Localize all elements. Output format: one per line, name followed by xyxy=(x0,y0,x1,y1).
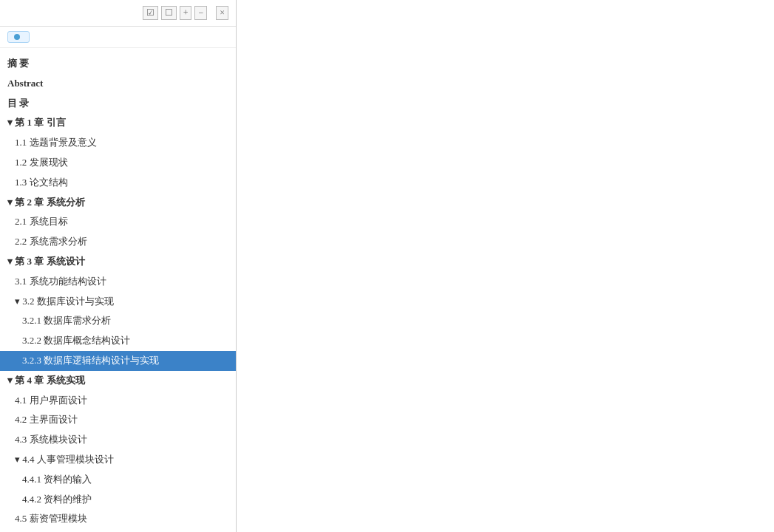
smart-toc-button[interactable] xyxy=(7,31,30,43)
smart-toc-bar xyxy=(0,27,236,48)
sidebar: ☑ ☐ + − × 摘 要Abstract目 录▾ 第 1 章 引言1.1 选题… xyxy=(0,0,237,532)
toc-item-13[interactable]: 3.2.1 数据库需求分析 xyxy=(0,311,236,331)
toc-item-20[interactable]: ▾ 4.4 人事管理模块设计 xyxy=(0,450,236,470)
toc-item-16[interactable]: ▾ 第 4 章 系统实现 xyxy=(0,371,236,391)
toc-item-2[interactable]: 目 录 xyxy=(0,94,236,114)
sidebar-header: ☑ ☐ + − × xyxy=(0,0,236,27)
uncheck-all-icon[interactable]: ☐ xyxy=(161,6,177,20)
sidebar-close-button[interactable]: × xyxy=(216,6,228,20)
toc-item-1[interactable]: Abstract xyxy=(0,74,236,94)
toc-item-9[interactable]: 2.2 系统需求分析 xyxy=(0,232,236,252)
toc-item-17[interactable]: 4.1 用户界面设计 xyxy=(0,391,236,411)
toc-item-3[interactable]: ▾ 第 1 章 引言 xyxy=(0,113,236,133)
toc-item-10[interactable]: ▾ 第 3 章 系统设计 xyxy=(0,252,236,272)
toc-item-21[interactable]: 4.4.1 资料的输入 xyxy=(0,470,236,490)
check-all-icon[interactable]: ☑ xyxy=(143,6,158,20)
toc-item-12[interactable]: ▾ 3.2 数据库设计与实现 xyxy=(0,292,236,312)
toc-item-8[interactable]: 2.1 系统目标 xyxy=(0,212,236,232)
toc-item-7[interactable]: ▾ 第 2 章 系统分析 xyxy=(0,193,236,213)
toc-item-24[interactable]: 4.6 查询模块设计 xyxy=(0,529,236,532)
toc-item-22[interactable]: 4.4.2 资料的维护 xyxy=(0,490,236,510)
toc-item-5[interactable]: 1.2 发展现状 xyxy=(0,153,236,173)
main-content xyxy=(237,0,774,532)
toc-item-6[interactable]: 1.3 论文结构 xyxy=(0,173,236,193)
smart-toc-dot xyxy=(14,34,20,40)
sidebar-controls: ☑ ☐ + − × xyxy=(143,6,228,20)
toc-item-18[interactable]: 4.2 主界面设计 xyxy=(0,410,236,430)
toc-item-0[interactable]: 摘 要 xyxy=(0,54,236,74)
expand-all-icon[interactable]: + xyxy=(180,6,192,20)
collapse-all-icon[interactable]: − xyxy=(194,6,207,20)
toc-item-23[interactable]: 4.5 薪资管理模块 xyxy=(0,509,236,529)
toc-item-14[interactable]: 3.2.2 数据库概念结构设计 xyxy=(0,331,236,351)
toc-item-11[interactable]: 3.1 系统功能结构设计 xyxy=(0,272,236,292)
toc-item-15[interactable]: 3.2.3 数据库逻辑结构设计与实现 xyxy=(0,351,236,371)
toc-item-19[interactable]: 4.3 系统模块设计 xyxy=(0,430,236,450)
toc-tree: 摘 要Abstract目 录▾ 第 1 章 引言1.1 选题背景及意义1.2 发… xyxy=(0,48,236,532)
toc-item-4[interactable]: 1.1 选题背景及意义 xyxy=(0,133,236,153)
